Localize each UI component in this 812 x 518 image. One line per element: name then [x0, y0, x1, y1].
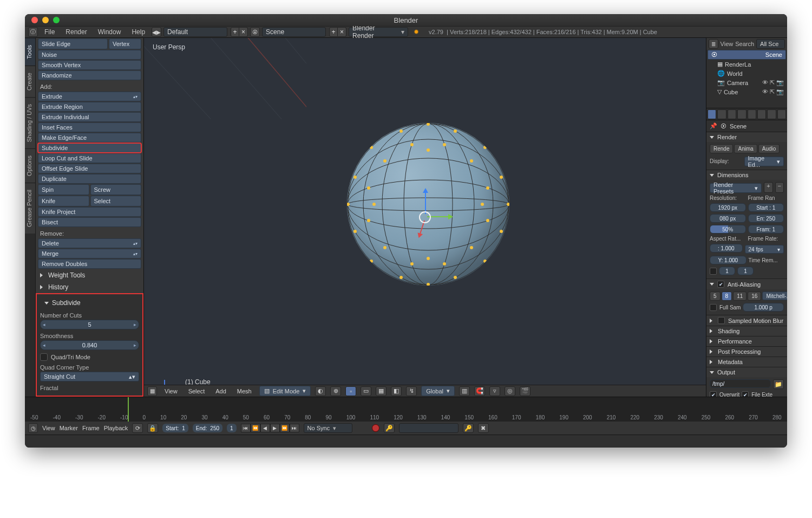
- manipulator-toggle-icon[interactable]: ↯: [406, 386, 417, 396]
- pivot-select[interactable]: ⊕: [330, 386, 341, 396]
- frame-start-field[interactable]: Start:1: [162, 424, 188, 432]
- aa-5[interactable]: 5: [710, 292, 721, 301]
- res-y-input[interactable]: 080 px: [710, 214, 746, 223]
- mode-select[interactable]: ▧Edit Mode▾: [259, 386, 311, 396]
- renderlayers-tab-icon[interactable]: [717, 109, 726, 119]
- keying-set-select[interactable]: [399, 423, 459, 433]
- inset-faces-button[interactable]: Inset Faces: [38, 122, 141, 132]
- vert-select-mode-icon[interactable]: ▫: [345, 386, 356, 396]
- vp-menu-view[interactable]: View: [161, 387, 181, 396]
- back-icon[interactable]: ◀▶: [152, 27, 161, 37]
- sync-mode-select[interactable]: No Sync▾: [304, 423, 352, 433]
- layout-remove-icon[interactable]: ×: [239, 27, 248, 37]
- render-image-button[interactable]: Rende: [710, 144, 733, 153]
- keyframe-next-icon[interactable]: ⏩: [280, 424, 290, 432]
- frame-end-field[interactable]: End:250: [193, 424, 222, 432]
- aspect-y-input[interactable]: Y: 1.000: [710, 256, 746, 264]
- snap-toggle-icon[interactable]: 🧲: [474, 386, 485, 396]
- quad-tri-checkbox[interactable]: Quad/Tri Mode: [40, 353, 139, 361]
- aa-panel-header[interactable]: ✔Anti-Aliasing: [706, 279, 787, 289]
- subdivide-button[interactable]: Subdivide: [38, 143, 141, 153]
- shading-panel-header[interactable]: Shading: [706, 326, 787, 336]
- outliner-display-mode[interactable]: All Sce: [756, 39, 785, 49]
- face-select-mode-icon[interactable]: ▦: [376, 386, 387, 396]
- performance-panel-header[interactable]: Performance: [706, 336, 787, 346]
- border-checkbox[interactable]: [710, 268, 717, 275]
- frame-start-input[interactable]: Start : 1: [748, 203, 784, 212]
- menu-render[interactable]: Render: [61, 27, 91, 37]
- extrude-individual-button[interactable]: Extrude Individual: [38, 112, 141, 122]
- motion-blur-panel-header[interactable]: Sampled Motion Blur: [706, 315, 787, 326]
- filter-size-input[interactable]: 1.000 p: [743, 303, 784, 312]
- data-tab-icon[interactable]: [767, 109, 776, 119]
- frame-step-input[interactable]: Fram: 1: [748, 225, 784, 234]
- extrude-dropdown[interactable]: Extrude▴▾: [38, 92, 141, 101]
- smoothness-input[interactable]: ◂0.840▸: [40, 340, 139, 350]
- bisect-button[interactable]: Bisect: [38, 217, 141, 227]
- weight-tools-section[interactable]: Weight Tools: [36, 269, 143, 281]
- play-icon[interactable]: ▶: [270, 424, 280, 432]
- visibility-icon[interactable]: 👁 ⇱ 📷: [762, 88, 784, 95]
- knife-button[interactable]: Knife: [38, 196, 89, 206]
- spin-button[interactable]: Spin: [38, 184, 89, 195]
- output-panel-header[interactable]: Output: [706, 367, 787, 377]
- preset-remove-icon[interactable]: −: [775, 182, 784, 193]
- dimensions-panel-header[interactable]: Dimensions: [706, 170, 787, 180]
- aa-filter-select[interactable]: Mitchell-...▾: [762, 292, 787, 300]
- smooth-vertex-button[interactable]: Smooth Vertex: [38, 60, 141, 70]
- outliner-editor-icon[interactable]: ≣: [709, 39, 718, 49]
- proportional-edit-icon[interactable]: ◎: [505, 386, 515, 396]
- frame-current-field[interactable]: 1: [227, 424, 237, 432]
- screen-layout-dropdown[interactable]: Default: [163, 27, 227, 37]
- randomize-button[interactable]: Randomize: [38, 70, 141, 80]
- tab-shading-uvs[interactable]: Shading / UVs: [25, 97, 35, 148]
- jump-start-icon[interactable]: ⏮: [241, 424, 251, 432]
- scene-add-icon[interactable]: +: [329, 27, 338, 37]
- outliner-view[interactable]: View: [721, 41, 734, 47]
- viewport-editor-icon[interactable]: ▦: [147, 386, 157, 396]
- menu-help[interactable]: Help: [127, 27, 149, 37]
- noise-button[interactable]: Noise: [38, 50, 141, 60]
- vp-menu-select[interactable]: Select: [185, 387, 208, 396]
- outliner-item[interactable]: 📷Camera👁 ⇱ 📷: [706, 78, 787, 87]
- res-x-input[interactable]: 1920 px: [710, 203, 746, 212]
- vertex-button[interactable]: Vertex: [109, 38, 141, 49]
- mblur-checkbox[interactable]: [718, 317, 725, 324]
- edge-select-mode-icon[interactable]: ▭: [361, 386, 371, 396]
- metadata-panel-header[interactable]: Metadata: [706, 357, 787, 367]
- aa-enable-checkbox[interactable]: ✔: [717, 281, 724, 288]
- object-tab-icon[interactable]: [748, 109, 756, 119]
- modifiers-tab-icon[interactable]: [757, 109, 766, 119]
- scene-icon[interactable]: ⦿: [250, 27, 260, 37]
- browse-folder-icon[interactable]: 📁: [773, 379, 784, 389]
- offset-edge-slide-button[interactable]: Offset Edge Slide: [38, 164, 141, 173]
- slide-edge-button[interactable]: Slide Edge: [38, 38, 108, 49]
- render-audio-button[interactable]: Audio: [758, 144, 780, 153]
- make-edge-face-button[interactable]: Make Edge/Face: [38, 133, 141, 143]
- range-toggle-icon[interactable]: ⟳: [132, 423, 143, 433]
- history-section[interactable]: History: [36, 281, 143, 293]
- merge-button[interactable]: Merge▴▾: [38, 249, 141, 258]
- opengl-render-icon[interactable]: 🎬: [520, 386, 531, 396]
- insert-keyframe-icon[interactable]: 🔑: [463, 423, 474, 433]
- pin-icon[interactable]: 📌: [710, 122, 717, 130]
- res-percent-slider[interactable]: 50%: [710, 225, 746, 234]
- screw-button[interactable]: Screw: [90, 184, 142, 195]
- menu-file[interactable]: File: [40, 27, 59, 37]
- outliner-item[interactable]: 🌐World: [706, 69, 787, 78]
- timeline-editor-icon[interactable]: ◷: [28, 423, 38, 433]
- tab-grease-pencil[interactable]: Grease Pencil: [25, 183, 35, 234]
- extrude-region-button[interactable]: Extrude Region: [38, 102, 141, 112]
- tl-menu-playback[interactable]: Playback: [104, 425, 128, 431]
- render-display-select[interactable]: Image Ed...▾: [744, 157, 784, 166]
- fileext-checkbox[interactable]: [742, 391, 749, 397]
- remap-old-input[interactable]: 1: [719, 267, 735, 275]
- info-editor-icon[interactable]: ⓘ: [28, 27, 38, 37]
- knife-project-button[interactable]: Knife Project: [38, 207, 141, 217]
- gizmo-center[interactable]: [419, 211, 431, 223]
- tab-options[interactable]: Options: [25, 148, 35, 183]
- render-panel-header[interactable]: Render: [706, 132, 787, 142]
- lock-icon[interactable]: 🔒: [147, 423, 158, 433]
- outliner-scene-row[interactable]: ⦿Scene: [708, 50, 786, 60]
- delete-keyframe-icon[interactable]: ✖: [478, 423, 489, 433]
